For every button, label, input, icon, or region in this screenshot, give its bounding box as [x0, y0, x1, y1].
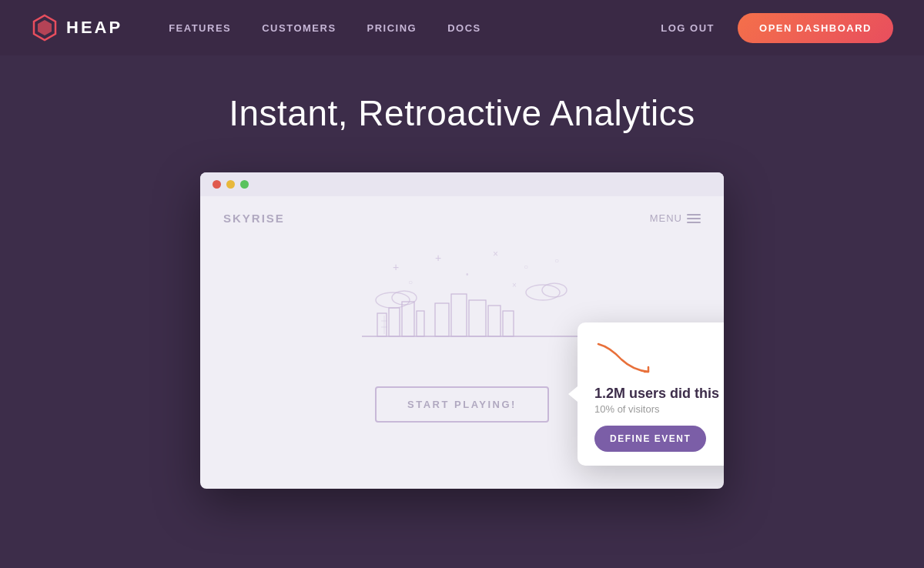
svg-rect-24: [488, 306, 500, 336]
nav-features[interactable]: FEATURES: [169, 22, 231, 34]
svg-rect-17: [417, 311, 424, 336]
menu-icon: [687, 214, 701, 223]
svg-rect-25: [503, 311, 514, 336]
nav-customers[interactable]: CUSTOMERS: [262, 22, 336, 34]
svg-text:○: ○: [408, 278, 413, 286]
city-svg: + + × ○ ○ ○ • ×: [316, 248, 608, 356]
navbar: HEAP FEATURES CUSTOMERS PRICING DOCS LOG…: [0, 0, 924, 55]
define-event-button[interactable]: DEFINE EVENT: [594, 426, 706, 452]
svg-rect-22: [451, 294, 467, 336]
svg-text:+: +: [435, 252, 441, 264]
app-name-label: SKYRISE: [223, 212, 285, 225]
svg-point-13: [542, 283, 567, 297]
logo-text: HEAP: [66, 18, 122, 38]
heap-logo-icon: [31, 14, 59, 42]
hero-section: Instant, Retroactive Analytics SKYRISE M…: [0, 55, 924, 489]
open-dashboard-button[interactable]: OPEN DASHBOARD: [738, 13, 893, 43]
svg-text:×: ×: [512, 281, 517, 289]
app-menu: MENU: [650, 212, 701, 224]
svg-marker-1: [38, 20, 52, 35]
svg-rect-23: [469, 300, 486, 336]
nav-docs[interactable]: DOCS: [447, 22, 481, 34]
tooltip-card: 1.2M users did this 10% of visitors DEFI…: [578, 322, 724, 466]
logo[interactable]: HEAP: [31, 14, 122, 42]
window-close-dot: [213, 180, 221, 189]
nav-right: LOG OUT OPEN DASHBOARD: [661, 13, 893, 43]
svg-point-11: [392, 291, 417, 305]
svg-rect-15: [389, 308, 400, 336]
window-minimize-dot: [226, 180, 235, 189]
browser-content: SKYRISE MENU + +: [200, 196, 724, 489]
svg-rect-16: [402, 302, 414, 336]
start-playing-button[interactable]: START PLAYING!: [375, 386, 549, 423]
chart-svg: [594, 338, 656, 376]
menu-label: MENU: [650, 212, 682, 224]
svg-text:×: ×: [493, 249, 498, 259]
app-header: SKYRISE MENU: [223, 212, 701, 225]
demo-container: SKYRISE MENU + +: [200, 172, 724, 489]
window-maximize-dot: [240, 180, 249, 189]
hero-title: Instant, Retroactive Analytics: [229, 92, 695, 134]
logout-button[interactable]: LOG OUT: [661, 22, 715, 34]
svg-rect-21: [435, 303, 449, 336]
svg-text:○: ○: [524, 262, 528, 271]
browser-window: SKYRISE MENU + +: [200, 172, 724, 489]
svg-rect-14: [377, 313, 387, 336]
svg-text:•: •: [466, 270, 469, 279]
tooltip-stat: 1.2M users did this: [594, 386, 724, 402]
svg-text:○: ○: [554, 256, 559, 265]
tooltip-arrow: [568, 386, 578, 402]
svg-text:+: +: [393, 261, 399, 273]
tooltip-chart: [594, 338, 724, 376]
nav-pricing[interactable]: PRICING: [367, 22, 417, 34]
tooltip-sub: 10% of visitors: [594, 403, 724, 415]
nav-links: FEATURES CUSTOMERS PRICING DOCS: [169, 22, 661, 34]
browser-titlebar: [200, 172, 724, 196]
